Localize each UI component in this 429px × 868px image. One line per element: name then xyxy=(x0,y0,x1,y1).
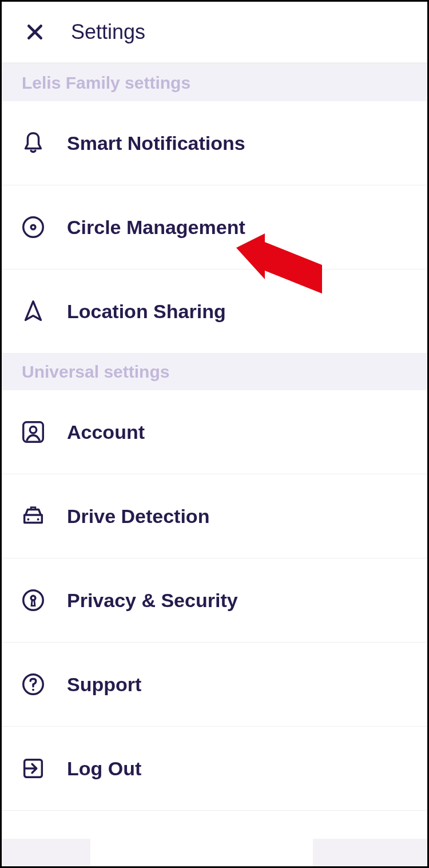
menu-item-privacy-security[interactable]: Privacy & Security xyxy=(2,558,427,643)
navigation-icon xyxy=(19,297,47,326)
menu-label: Circle Management xyxy=(67,216,245,239)
menu-label: Log Out xyxy=(67,758,141,780)
bottom-center xyxy=(90,839,313,866)
section-header-family: Lelis Family settings xyxy=(2,65,427,101)
svg-point-1 xyxy=(31,225,35,229)
menu-item-drive-detection[interactable]: Drive Detection xyxy=(2,474,427,558)
menu-label: Drive Detection xyxy=(67,505,209,528)
menu-label: Smart Notifications xyxy=(67,132,245,154)
menu-item-location-sharing[interactable]: Location Sharing xyxy=(2,269,427,354)
svg-point-0 xyxy=(23,217,43,237)
menu-item-account[interactable]: Account xyxy=(2,390,427,474)
menu-label: Account xyxy=(67,421,145,443)
car-icon xyxy=(19,502,47,530)
menu-label: Location Sharing xyxy=(67,300,226,323)
header: Settings xyxy=(2,2,427,65)
bell-icon xyxy=(19,129,47,157)
menu-item-log-out[interactable]: Log Out xyxy=(2,727,427,811)
logout-icon xyxy=(19,754,47,783)
keyhole-icon xyxy=(19,586,47,615)
menu-item-support[interactable]: Support xyxy=(2,643,427,727)
svg-point-5 xyxy=(37,518,39,521)
close-button[interactable] xyxy=(22,19,48,45)
question-icon xyxy=(19,670,47,699)
close-icon xyxy=(26,23,44,41)
section-header-universal: Universal settings xyxy=(2,354,427,390)
svg-point-9 xyxy=(32,689,34,691)
svg-point-7 xyxy=(31,596,35,600)
circle-icon xyxy=(19,213,47,241)
svg-point-3 xyxy=(30,426,37,433)
svg-rect-2 xyxy=(23,422,43,442)
menu-label: Support xyxy=(67,673,141,696)
bottom-right xyxy=(313,839,427,866)
person-icon xyxy=(19,418,47,446)
menu-item-smart-notifications[interactable]: Smart Notifications xyxy=(2,101,427,185)
page-title: Settings xyxy=(71,20,145,44)
bottom-bar xyxy=(2,839,427,866)
bottom-left xyxy=(2,839,90,866)
menu-item-circle-management[interactable]: Circle Management xyxy=(2,185,427,269)
svg-point-4 xyxy=(27,518,29,521)
menu-label: Privacy & Security xyxy=(67,589,238,612)
